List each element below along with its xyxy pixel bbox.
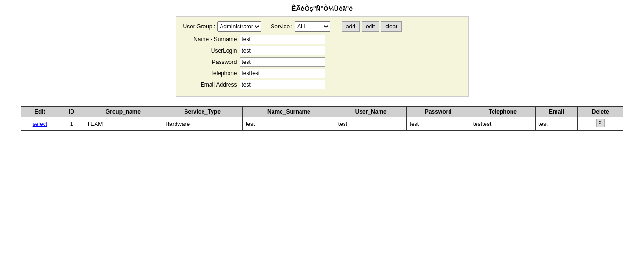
col-email: Email [535,107,577,117]
row-email: test [535,117,577,131]
col-name-surname: Name_Surname [243,107,335,117]
top-row: User Group : Administrator User Guest Se… [183,21,461,32]
form-fields: Name - Surname UserLogin Password Teleph… [183,35,461,89]
row-password: test [406,117,470,131]
col-telephone: Telephone [470,107,535,117]
name-surname-row: Name - Surname [183,35,461,44]
col-user-name: User_Name [335,107,406,117]
userlogin-input[interactable] [240,46,325,55]
email-input[interactable] [240,80,325,89]
service-select[interactable]: ALL Hardware Software [295,21,330,32]
telephone-row: Telephone [183,69,461,78]
userlogin-row: UserLogin [183,46,461,55]
col-password: Password [406,107,470,117]
name-surname-label: Name - Surname [183,36,240,43]
row-service-type: Hardware [162,117,243,131]
email-row: Email Address [183,80,461,89]
col-id: ID [59,107,84,117]
user-group-select[interactable]: Administrator User Guest [217,21,261,32]
form-container: User Group : Administrator User Guest Se… [176,16,469,97]
table-container: Edit ID Group_name Service_Type Name_Sur… [21,106,624,131]
delete-icon[interactable] [596,119,605,127]
clear-button[interactable]: clear [381,21,402,32]
row-group-name: TEAM [84,117,162,131]
service-label: Service : [271,23,293,30]
user-table: Edit ID Group_name Service_Type Name_Sur… [21,106,624,131]
col-service-type: Service_Type [162,107,243,117]
name-surname-input[interactable] [240,35,325,44]
edit-button[interactable]: edit [362,21,379,32]
col-group-name: Group_name [84,107,162,117]
row-delete [578,117,623,131]
row-edit: select [21,117,59,131]
row-user-name: test [335,117,406,131]
telephone-label: Telephone [183,70,240,77]
row-telephone: testtest [470,117,535,131]
password-input[interactable] [240,57,325,67]
row-id: 1 [59,117,84,131]
userlogin-label: UserLogin [183,47,240,54]
table-row: select 1 TEAM Hardware test test test te… [21,117,623,131]
col-delete: Delete [578,107,623,117]
telephone-input[interactable] [240,69,325,78]
user-group-label: User Group : [183,23,216,30]
row-name-surname: test [243,117,335,131]
add-button[interactable]: add [342,21,360,32]
select-link[interactable]: select [33,121,47,127]
col-edit: Edit [21,107,59,117]
password-label: Password [183,59,240,65]
email-label: Email Address [183,81,240,88]
table-header-row: Edit ID Group_name Service_Type Name_Sur… [21,107,623,117]
password-row: Password [183,57,461,67]
page-title: ÊÃéÒş°Ñ°Ò¼Üéã°é [5,5,639,12]
